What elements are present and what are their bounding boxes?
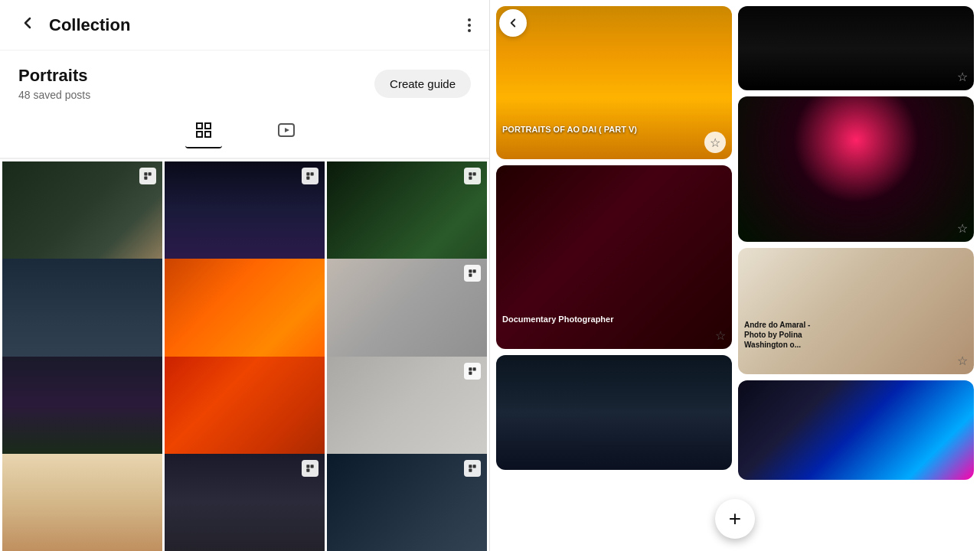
svg-rect-16 bbox=[473, 270, 476, 273]
svg-rect-0 bbox=[197, 123, 202, 129]
svg-rect-17 bbox=[469, 274, 472, 277]
multi-icon bbox=[139, 168, 156, 184]
right-item-dark-top[interactable]: ☆ bbox=[738, 6, 974, 90]
svg-rect-13 bbox=[473, 172, 476, 175]
right-item-city[interactable] bbox=[496, 355, 732, 470]
more-button[interactable] bbox=[465, 15, 474, 35]
dot bbox=[468, 24, 471, 27]
ao-dai-label: PORTRAITS OF AO DAI ( PART V) bbox=[502, 124, 637, 135]
svg-rect-1 bbox=[205, 123, 211, 129]
right-back-button[interactable] bbox=[499, 9, 527, 37]
svg-rect-18 bbox=[469, 367, 472, 370]
multi-icon bbox=[302, 168, 318, 184]
svg-rect-10 bbox=[311, 172, 314, 175]
svg-rect-6 bbox=[144, 172, 147, 175]
multi-icon bbox=[464, 265, 481, 282]
svg-rect-21 bbox=[306, 465, 309, 468]
svg-rect-3 bbox=[205, 132, 211, 137]
svg-marker-5 bbox=[285, 128, 289, 132]
photo-grid bbox=[0, 159, 489, 551]
svg-rect-8 bbox=[144, 177, 147, 180]
tab-grid[interactable] bbox=[185, 116, 222, 148]
right-item-polina[interactable]: Andre do Amaral - Photo by Polina Washin… bbox=[738, 248, 974, 374]
dot bbox=[468, 29, 471, 32]
svg-rect-22 bbox=[311, 465, 314, 468]
svg-rect-15 bbox=[469, 270, 472, 273]
view-tabs bbox=[0, 110, 489, 159]
collection-info: Portraits 48 saved posts Create guide bbox=[0, 51, 489, 110]
page-title: Collection bbox=[49, 15, 456, 35]
multi-icon bbox=[464, 460, 481, 477]
collection-title: Portraits bbox=[18, 66, 90, 86]
svg-rect-24 bbox=[469, 465, 472, 468]
right-item-hotel[interactable] bbox=[738, 380, 974, 480]
create-guide-button[interactable]: Create guide bbox=[374, 70, 471, 98]
svg-rect-12 bbox=[469, 172, 472, 175]
documentary-label: Documentary Photographer bbox=[502, 314, 613, 324]
right-panel: PORTRAITS OF AO DAI ( PART V) ☆ Document… bbox=[490, 0, 980, 551]
star-button[interactable]: ☆ bbox=[715, 328, 726, 343]
svg-rect-2 bbox=[197, 132, 202, 137]
multi-icon bbox=[302, 460, 318, 477]
multi-icon bbox=[464, 363, 481, 380]
star-button[interactable]: ☆ bbox=[957, 70, 968, 84]
polina-label: Andre do Amaral - Photo by Polina Washin… bbox=[744, 320, 821, 350]
svg-rect-19 bbox=[473, 367, 476, 370]
right-item-documentary[interactable]: Documentary Photographer ☆ bbox=[496, 165, 732, 349]
svg-rect-20 bbox=[469, 371, 472, 374]
header: Collection bbox=[0, 0, 489, 51]
right-scroll: PORTRAITS OF AO DAI ( PART V) ☆ Document… bbox=[490, 0, 980, 551]
star-button[interactable]: ☆ bbox=[957, 221, 968, 236]
right-item-ao-dai[interactable]: PORTRAITS OF AO DAI ( PART V) ☆ bbox=[496, 6, 732, 159]
right-col-2: ☆ ☆ Andre do Amaral - Photo by Polina Wa… bbox=[738, 6, 974, 545]
grid-item[interactable] bbox=[2, 454, 162, 551]
svg-rect-7 bbox=[149, 172, 152, 175]
dot bbox=[468, 18, 471, 21]
back-button[interactable] bbox=[15, 11, 40, 39]
svg-rect-25 bbox=[473, 465, 476, 468]
star-button[interactable]: ☆ bbox=[704, 132, 726, 153]
grid-item[interactable] bbox=[165, 454, 325, 551]
grid-item[interactable] bbox=[327, 454, 487, 551]
tab-video[interactable] bbox=[268, 116, 305, 148]
collection-subtitle: 48 saved posts bbox=[18, 89, 90, 101]
svg-rect-23 bbox=[306, 468, 309, 471]
multi-icon bbox=[464, 168, 481, 184]
svg-rect-14 bbox=[469, 177, 472, 180]
left-panel: Collection Portraits 48 saved posts Crea… bbox=[0, 0, 490, 551]
svg-rect-26 bbox=[469, 468, 472, 471]
plus-fab-button[interactable]: + bbox=[715, 499, 755, 539]
svg-rect-9 bbox=[306, 172, 309, 175]
collection-text: Portraits 48 saved posts bbox=[18, 66, 90, 101]
right-item-neon[interactable]: ☆ bbox=[738, 96, 974, 242]
svg-rect-11 bbox=[306, 177, 309, 180]
star-button[interactable]: ☆ bbox=[957, 354, 968, 368]
right-col-1: PORTRAITS OF AO DAI ( PART V) ☆ Document… bbox=[496, 6, 732, 545]
